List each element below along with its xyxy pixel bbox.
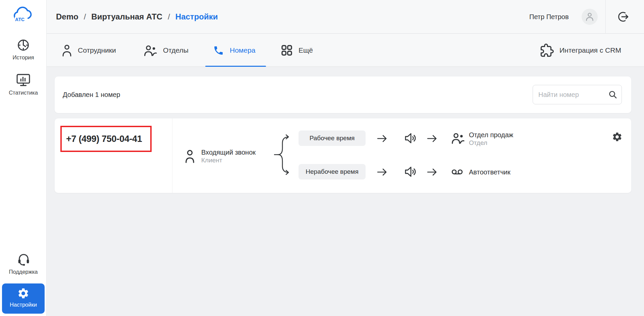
target-voicemail[interactable]: Автоответчик	[469, 168, 511, 176]
sidebar-item-support[interactable]: Поддержка	[0, 252, 47, 275]
search-icon[interactable]	[608, 90, 617, 99]
incoming-call-subtitle: Клиент	[201, 157, 222, 164]
sidebar-item-settings[interactable]: Настройки	[2, 283, 45, 314]
numbers-count-summary: Добавлен 1 номер	[63, 76, 120, 113]
sidebar-item-label: Статистика	[9, 90, 38, 96]
tab-label: Отделы	[163, 46, 189, 54]
person-icon	[62, 44, 72, 57]
sidebar: АТС История Статистика Поддержка	[0, 0, 47, 316]
tab-label: Ещё	[299, 46, 313, 54]
incoming-call-title: Входящий звонок	[201, 149, 256, 156]
user-name[interactable]: Петр Петров	[529, 0, 569, 34]
flow-arrow-icon	[377, 134, 387, 145]
avatar[interactable]	[582, 9, 598, 25]
tab-numbers[interactable]: Номера	[213, 34, 255, 67]
caller-person-icon	[185, 149, 195, 163]
sidebar-item-statistics[interactable]: Статистика	[0, 73, 47, 96]
annotation-red-box: +7 (499) 750-04-41	[60, 126, 152, 152]
sidebar-item-label: Настройки	[10, 302, 37, 308]
people-icon[interactable]	[451, 132, 465, 146]
breadcrumb-separator: /	[168, 12, 170, 21]
settings-gear-icon	[17, 287, 30, 300]
active-tab-underline	[205, 66, 266, 67]
grid-icon	[281, 44, 293, 56]
number-card: +7 (499) 750-04-41 Входящий звонок Клиен…	[55, 118, 631, 193]
phone-number: +7 (499) 750-04-41	[66, 134, 142, 144]
number-column: +7 (499) 750-04-41	[55, 118, 172, 193]
phone-icon	[213, 45, 224, 56]
flow-arrow-icon	[427, 167, 437, 178]
people-icon	[144, 44, 157, 56]
breadcrumb: Demo / Виртуальная АТС / Настройки	[56, 0, 218, 34]
logout-icon	[617, 10, 630, 23]
logo-text: АТС	[15, 17, 24, 22]
tab-departments[interactable]: Отделы	[144, 34, 189, 67]
sidebar-item-label: Поддержка	[9, 269, 38, 275]
greeting-speaker-icon[interactable]	[403, 165, 417, 180]
sidebar-item-label: История	[13, 54, 34, 61]
user-icon	[585, 12, 594, 21]
tab-label: Номера	[230, 46, 255, 54]
condition-work-time[interactable]: Рабочее время	[299, 130, 366, 146]
puzzle-icon	[540, 43, 554, 58]
header: Demo / Виртуальная АТС / Настройки Петр …	[47, 0, 644, 34]
numbers-summary-card: Добавлен 1 номер	[55, 76, 631, 113]
tab-employees[interactable]: Сотрудники	[62, 34, 116, 67]
breadcrumb-item-settings[interactable]: Настройки	[175, 12, 218, 21]
condition-nonwork-time[interactable]: Нерабочее время	[299, 164, 366, 179]
flow-arrow-icon	[427, 134, 437, 145]
flow-arrow-icon	[377, 167, 387, 178]
breadcrumb-separator: /	[84, 12, 86, 21]
voicemail-icon[interactable]	[451, 168, 463, 177]
breadcrumb-item-vats[interactable]: Виртуальная АТС	[91, 12, 162, 21]
greeting-speaker-icon[interactable]	[403, 131, 417, 147]
search-number-field	[533, 85, 622, 104]
branch-split-connector	[274, 134, 292, 177]
history-clock-icon	[17, 39, 30, 52]
target-sales-department[interactable]: Отдел продаж	[469, 131, 513, 139]
gear-icon	[612, 131, 623, 142]
header-divider	[605, 0, 606, 34]
breadcrumb-item-demo[interactable]: Demo	[56, 12, 78, 21]
support-headset-icon	[16, 252, 31, 266]
number-settings-button[interactable]	[612, 131, 623, 142]
cloud-logo-icon: АТС	[12, 5, 35, 24]
app-logo[interactable]: АТС	[12, 5, 35, 24]
target-type-label: Отдел	[469, 139, 487, 147]
sidebar-item-history[interactable]: История	[0, 39, 47, 61]
tab-label: Сотрудники	[78, 46, 116, 54]
statistics-monitor-icon	[16, 73, 31, 87]
crm-integration-label: Интеграция с CRM	[559, 46, 621, 54]
crm-integration-button[interactable]: Интеграция с CRM	[540, 34, 621, 67]
tab-more[interactable]: Ещё	[281, 34, 313, 67]
logout-button[interactable]	[617, 10, 630, 23]
tab-bar: Сотрудники Отделы Номера Ещё Интеграция …	[47, 34, 644, 67]
